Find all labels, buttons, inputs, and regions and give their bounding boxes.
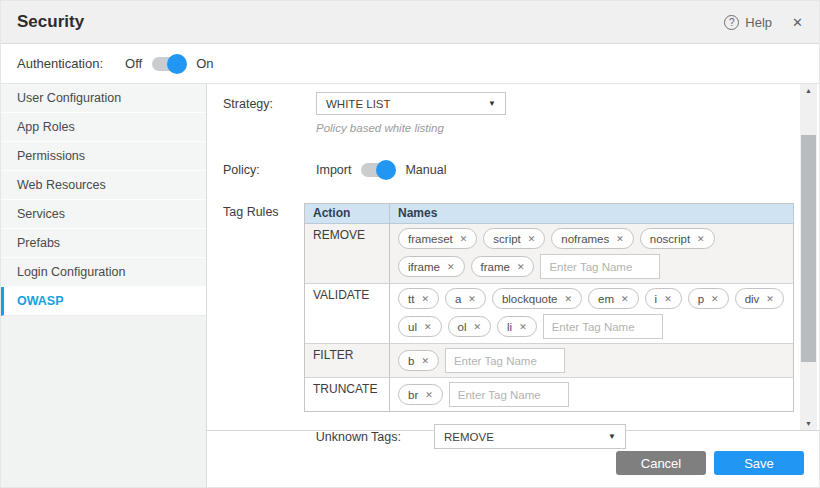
remove-tag-icon[interactable]: ✕ (421, 294, 429, 304)
tag-rules-table: Action Names REMOVEframeset✕script✕nofra… (304, 203, 794, 412)
toggle-knob (167, 54, 187, 74)
remove-tag-icon[interactable]: ✕ (528, 234, 536, 244)
save-button[interactable]: Save (714, 451, 804, 475)
help-button[interactable]: ? Help (724, 15, 772, 30)
action-cell: REMOVE (305, 224, 390, 283)
sidebar-item-label: OWASP (17, 294, 64, 308)
remove-tag-icon[interactable]: ✕ (565, 294, 573, 304)
tag-chip-label: frame (481, 261, 510, 273)
tag-chip: p✕ (688, 288, 729, 309)
scrollbar-thumb[interactable] (801, 135, 816, 362)
chevron-down-icon: ▼ (488, 99, 496, 108)
tag-chip: a✕ (445, 288, 486, 309)
authentication-toggle[interactable] (151, 54, 187, 74)
remove-tag-icon[interactable]: ✕ (460, 234, 468, 244)
tag-chip-label: script (493, 233, 520, 245)
strategy-select[interactable]: WHITE LIST ▼ (316, 92, 506, 115)
tag-chip-label: li (507, 321, 512, 333)
strategy-row: Strategy: WHITE LIST ▼ (223, 92, 794, 115)
page-title: Security (17, 12, 84, 32)
authentication-label: Authentication: (17, 56, 103, 71)
main-column: Strategy: WHITE LIST ▼ Policy based whit… (207, 84, 819, 488)
table-row: FILTERb✕ (305, 344, 793, 378)
remove-tag-icon[interactable]: ✕ (621, 294, 629, 304)
tag-chip-label: ol (458, 321, 467, 333)
tag-chip: noscript✕ (640, 228, 715, 249)
sidebar-item-owasp[interactable]: OWASP (1, 287, 206, 316)
tag-chip: ol✕ (448, 316, 492, 337)
tag-chip: script✕ (483, 228, 545, 249)
tag-rules-body: REMOVEframeset✕script✕noframes✕noscript✕… (305, 224, 793, 411)
names-cell: frameset✕script✕noframes✕noscript✕iframe… (390, 224, 793, 283)
sidebar-item-permissions[interactable]: Permissions (1, 142, 206, 171)
remove-tag-icon[interactable]: ✕ (424, 322, 432, 332)
sidebar-item-user-configuration[interactable]: User Configuration (1, 84, 206, 113)
names-cell: b✕ (390, 344, 793, 377)
tag-chip-label: br (408, 389, 418, 401)
remove-tag-icon[interactable]: ✕ (425, 390, 433, 400)
sidebar-item-prefabs[interactable]: Prefabs (1, 229, 206, 258)
tag-chip-label: frameset (408, 233, 453, 245)
close-icon[interactable]: ✕ (792, 15, 803, 30)
tag-chip: br✕ (398, 384, 443, 405)
enter-tag-name-input[interactable] (543, 314, 663, 339)
remove-tag-icon[interactable]: ✕ (711, 294, 719, 304)
scroll-up-icon[interactable]: ▲ (800, 87, 817, 94)
policy-toggle[interactable] (360, 160, 396, 180)
cancel-button[interactable]: Cancel (616, 451, 706, 475)
remove-tag-icon[interactable]: ✕ (519, 322, 527, 332)
tag-chip: ul✕ (398, 316, 442, 337)
sidebar-item-label: Prefabs (17, 236, 60, 250)
tag-chip: i✕ (645, 288, 682, 309)
action-cell: VALIDATE (305, 284, 390, 343)
sidebar-item-app-roles[interactable]: App Roles (1, 113, 206, 142)
tag-chip-label: iframe (408, 261, 440, 273)
owasp-panel: Strategy: WHITE LIST ▼ Policy based whit… (207, 84, 819, 431)
unknown-tags-label: Unknown Tags: (223, 430, 401, 444)
column-header-action: Action (305, 204, 390, 223)
enter-tag-name-input[interactable] (540, 254, 660, 279)
sidebar-item-login-configuration[interactable]: Login Configuration (1, 258, 206, 287)
remove-tag-icon[interactable]: ✕ (664, 294, 672, 304)
remove-tag-icon[interactable]: ✕ (447, 262, 455, 272)
vertical-scrollbar[interactable]: ▲ ▼ (800, 84, 817, 430)
remove-tag-icon[interactable]: ✕ (517, 262, 525, 272)
remove-tag-icon[interactable]: ✕ (473, 322, 481, 332)
tag-chip-label: tt (408, 293, 414, 305)
sidebar-item-services[interactable]: Services (1, 200, 206, 229)
tag-chip: div✕ (735, 288, 784, 309)
help-icon: ? (724, 15, 739, 30)
remove-tag-icon[interactable]: ✕ (468, 294, 476, 304)
sidebar-item-label: User Configuration (17, 91, 121, 105)
remove-tag-icon[interactable]: ✕ (616, 234, 624, 244)
table-row: TRUNCATEbr✕ (305, 378, 793, 411)
strategy-hint: Policy based white listing (316, 122, 794, 134)
column-header-names: Names (390, 204, 793, 223)
tag-chip-label: blockquote (502, 293, 558, 305)
tag-chip-label: a (455, 293, 461, 305)
dialog-body: User ConfigurationApp RolesPermissionsWe… (1, 83, 819, 488)
tag-chip: tt✕ (398, 288, 439, 309)
table-row: VALIDATEtt✕a✕blockquote✕em✕i✕p✕div✕ul✕ol… (305, 284, 793, 344)
unknown-tags-value: REMOVE (444, 431, 494, 443)
tag-chip: noframes✕ (551, 228, 633, 249)
enter-tag-name-input[interactable] (449, 382, 569, 407)
remove-tag-icon[interactable]: ✕ (421, 356, 429, 366)
tag-rules-section: Tag Rules Action Names REMOVEframeset✕sc… (223, 203, 794, 412)
tag-chip: frame✕ (471, 256, 535, 277)
sidebar-item-web-resources[interactable]: Web Resources (1, 171, 206, 200)
tag-chip-label: p (698, 293, 704, 305)
enter-tag-name-input[interactable] (445, 348, 565, 373)
remove-tag-icon[interactable]: ✕ (697, 234, 705, 244)
remove-tag-icon[interactable]: ✕ (766, 294, 774, 304)
tag-rules-label: Tag Rules (223, 203, 304, 219)
sidebar-item-label: App Roles (17, 120, 75, 134)
tag-chip: frameset✕ (398, 228, 477, 249)
sidebar-item-label: Web Resources (17, 178, 106, 192)
tag-chip-label: noframes (561, 233, 609, 245)
scroll-down-icon[interactable]: ▼ (800, 420, 817, 427)
tag-chip-label: em (598, 293, 614, 305)
unknown-tags-select[interactable]: REMOVE ▼ (434, 424, 626, 449)
auth-on-label: On (196, 56, 213, 71)
header-actions: ? Help ✕ (724, 15, 803, 30)
